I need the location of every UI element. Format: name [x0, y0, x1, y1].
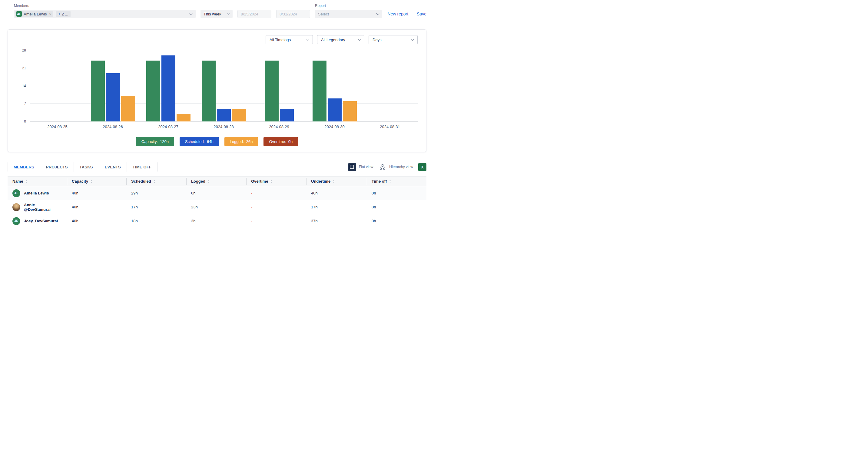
bar-scheduled-2024-08-27[interactable]: [161, 55, 175, 121]
more-members-chip[interactable]: + 2 ...: [56, 11, 70, 17]
column-header-time-off[interactable]: Time off: [367, 177, 427, 186]
legend-logged-button[interactable]: Logged:26h: [224, 137, 258, 146]
date-to-input[interactable]: [276, 10, 310, 18]
bar-capacity-2024-08-30[interactable]: [313, 61, 327, 121]
bar-capacity-2024-08-26[interactable]: [91, 61, 105, 121]
bar-scheduled-2024-08-28[interactable]: [217, 109, 231, 121]
chevron-down-icon: [190, 12, 193, 15]
sort-icon[interactable]: [271, 180, 272, 183]
bar-group-2024-08-26: [85, 50, 141, 121]
table-body: ALAmelia Lewis40h29h0h-40h0hAnnie @DevSa…: [7, 186, 427, 228]
column-label: Name: [12, 179, 23, 184]
sort-icon[interactable]: [389, 180, 391, 183]
bar-group-2024-08-27: [141, 50, 196, 121]
y-axis-tick: 0: [24, 119, 26, 124]
table-tabs: MEMBERSPROJECTSTASKSEVENTSTIME OFF: [7, 162, 157, 172]
column-header-undertime[interactable]: Undertime: [306, 177, 367, 186]
hierarchy-view-icon[interactable]: [378, 163, 386, 171]
legend-overtime-button[interactable]: Overtime:0h: [264, 137, 298, 146]
chart-filter-row: All TimelogsAll LegendaryDays: [17, 35, 417, 44]
bar-logged-2024-08-28[interactable]: [232, 109, 246, 121]
member-name: Amelia Lewis: [24, 191, 49, 195]
avatar: [12, 203, 20, 211]
bar-logged-2024-08-27[interactable]: [177, 114, 190, 121]
tab-events[interactable]: EVENTS: [99, 162, 127, 172]
cell-scheduled: 17h: [126, 200, 186, 214]
period-select[interactable]: This week: [200, 10, 232, 18]
chart-legend: Capacity:120hScheduled:64hLogged:26hOver…: [17, 137, 417, 146]
filter-select-granularity[interactable]: Days: [369, 35, 417, 44]
column-header-overtime[interactable]: Overtime: [246, 177, 306, 186]
sort-icon[interactable]: [208, 180, 210, 183]
avatar: AL: [12, 189, 20, 197]
report-select[interactable]: Select: [315, 10, 382, 18]
bar-scheduled-2024-08-30[interactable]: [328, 98, 342, 121]
bar-logged-2024-08-26[interactable]: [121, 96, 135, 121]
cell-capacity: 40h: [67, 214, 126, 228]
chart-card: All TimelogsAll LegendaryDays 07142128 2…: [7, 29, 427, 152]
filter-value: All Timelogs: [270, 37, 291, 42]
chevron-down-icon: [358, 37, 361, 40]
report-value: Select: [318, 12, 329, 17]
date-from-input[interactable]: [238, 10, 271, 18]
column-label: Undertime: [311, 179, 331, 184]
table-row[interactable]: Annie @DevSamurai40h17h23h-17h0h: [7, 200, 427, 214]
bar-scheduled-2024-08-29[interactable]: [280, 109, 294, 121]
cell-undertime: 40h: [306, 186, 367, 200]
x-axis-label: 2024-08-28: [196, 124, 251, 129]
members-table: NameCapacityScheduledLoggedOvertimeUnder…: [7, 176, 427, 228]
filter-value: All Legendary: [321, 37, 345, 42]
filter-select-timelogs[interactable]: All Timelogs: [266, 35, 313, 44]
chart-groups: [30, 50, 417, 121]
table-header-row: NameCapacityScheduledLoggedOvertimeUnder…: [7, 177, 427, 186]
filter-select-legendary[interactable]: All Legendary: [317, 35, 364, 44]
sort-icon[interactable]: [91, 180, 92, 183]
cell-scheduled: 18h: [126, 214, 186, 228]
sort-icon[interactable]: [154, 180, 155, 183]
sort-icon[interactable]: [333, 180, 335, 183]
tab-tasks[interactable]: TASKS: [73, 162, 99, 172]
table-row[interactable]: ALAmelia Lewis40h29h0h-40h0h: [7, 186, 427, 200]
column-label: Overtime: [251, 179, 268, 184]
chart-xlabels: 2024-08-252024-08-262024-08-272024-08-28…: [30, 124, 417, 129]
column-header-name[interactable]: Name: [7, 177, 67, 186]
tab-timeoff[interactable]: TIME OFF: [127, 162, 157, 172]
flat-view-icon[interactable]: [348, 163, 356, 171]
tab-members[interactable]: MEMBERS: [7, 162, 40, 172]
column-header-scheduled[interactable]: Scheduled: [126, 177, 186, 186]
bar-capacity-2024-08-29[interactable]: [265, 61, 279, 121]
bar-capacity-2024-08-28[interactable]: [202, 61, 216, 121]
legend-scheduled-button[interactable]: Scheduled:64h: [180, 137, 219, 146]
bar-capacity-2024-08-27[interactable]: [146, 61, 160, 121]
cell-name: Annie @DevSamurai: [7, 200, 67, 214]
table-row[interactable]: JDJoey_DevSamurai40h18h3h-37h0h: [7, 214, 427, 228]
member-name: Joey_DevSamurai: [24, 219, 58, 223]
save-link[interactable]: Save: [417, 11, 427, 17]
tab-projects[interactable]: PROJECTS: [40, 162, 74, 172]
remove-member-icon[interactable]: ×: [50, 12, 52, 17]
cell-logged: 0h: [186, 186, 246, 200]
cell-overtime: -: [246, 200, 306, 214]
legend-capacity-button[interactable]: Capacity:120h: [136, 137, 174, 146]
bar-group-2024-08-31: [362, 50, 417, 121]
cell-logged: 23h: [186, 200, 246, 214]
x-axis-label: 2024-08-26: [85, 124, 141, 129]
legend-label: Capacity:: [142, 139, 158, 144]
column-header-capacity[interactable]: Capacity: [67, 177, 126, 186]
member-chip[interactable]: AL Amelia Lewis ×: [16, 10, 53, 17]
column-label: Time off: [372, 179, 387, 184]
sort-icon[interactable]: [26, 180, 27, 183]
hierarchy-view-label: Hierarchy view: [389, 165, 413, 169]
legend-value: 120h: [160, 139, 169, 144]
excel-export-icon[interactable]: X: [418, 163, 427, 171]
members-select[interactable]: AL Amelia Lewis × + 2 ...: [14, 10, 196, 18]
bar-scheduled-2024-08-26[interactable]: [106, 73, 120, 121]
column-header-logged[interactable]: Logged: [186, 177, 246, 186]
new-report-link[interactable]: New report: [388, 11, 408, 17]
legend-label: Overtime:: [269, 139, 286, 144]
table-topbar: MEMBERSPROJECTSTASKSEVENTSTIME OFF Flat …: [7, 162, 427, 176]
report-table-section: MEMBERSPROJECTSTASKSEVENTSTIME OFF Flat …: [7, 162, 427, 228]
bar-logged-2024-08-30[interactable]: [343, 101, 357, 121]
cell-time-off: 0h: [367, 200, 427, 214]
y-axis-tick: 21: [22, 66, 26, 70]
